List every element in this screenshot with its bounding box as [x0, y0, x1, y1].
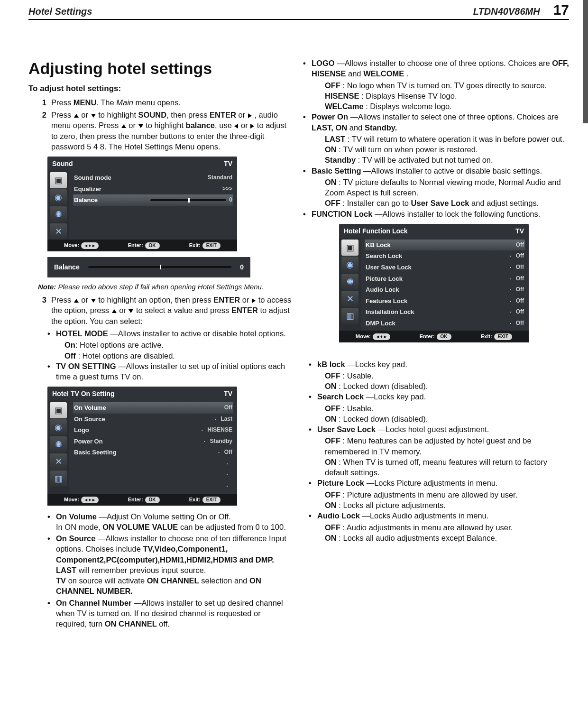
balance-value: 0	[240, 263, 244, 272]
step-3: 3 Press or to highlight an option, then …	[38, 295, 292, 326]
page-number: 17	[553, 2, 569, 18]
label: Standby	[325, 156, 356, 164]
label: Equalizer	[74, 185, 220, 194]
osd-row: Basic Seetting·Off	[73, 447, 233, 458]
bullet-on-channel-number: • On Channel Number —Allows installer to…	[47, 598, 292, 629]
label: Features Lock	[366, 297, 508, 305]
hotel-mode-on: On: Hotel options are active.	[64, 340, 292, 350]
text: —Adjust On Volume setting On or Off.	[97, 512, 231, 521]
label: Audio Lock	[366, 286, 508, 294]
value: >>>	[220, 185, 232, 194]
text: —Allows installer to active or disable b…	[361, 166, 542, 175]
text: to highlight	[144, 121, 186, 129]
label: Off	[64, 351, 76, 360]
osd-balance-bar: Balance 0	[47, 257, 250, 277]
label: LOGO	[312, 59, 335, 67]
arrow-left-icon	[234, 124, 238, 129]
osd-row-empty: ·	[73, 480, 233, 492]
label: On Volume	[74, 404, 217, 412]
label: ON	[325, 382, 337, 390]
osd-title: Hotel Function Lock	[344, 227, 408, 236]
osd-icon-column: ▣ ◉ ✺ ✕ ▥	[339, 238, 361, 331]
menu-label: MENU	[74, 98, 97, 107]
value: Off	[513, 308, 524, 316]
text: to highlight	[96, 111, 138, 119]
text: : Hotel options are active.	[75, 341, 164, 349]
label: Audio Lock	[317, 511, 360, 520]
osd-icon-column: ▣ ◉ ✺ ✕ ▥	[47, 400, 69, 493]
step-number: 1	[38, 97, 46, 108]
label: OFF	[325, 436, 340, 445]
osd-row: Logo·HISENSE	[73, 425, 233, 436]
ok-pill: OK	[145, 497, 160, 503]
bullet-on-volume: • On Volume —Adjust On Volume setting On…	[47, 511, 292, 533]
bullet-audio-lock: •Audio Lock —Locks Audio adjustments in …	[309, 510, 569, 521]
label: ON CHANNEL	[105, 619, 157, 628]
label: LAST	[325, 135, 345, 143]
label: OFF	[325, 490, 340, 499]
step-number: 3	[38, 295, 46, 326]
osd-row: On Source·Last	[73, 414, 233, 425]
osd-row: Installation Lock·Off	[365, 306, 525, 318]
label: Installation Lock	[366, 308, 508, 316]
header-rule	[28, 19, 569, 20]
poweron-last: LAST : TV will return to whatere operati…	[325, 134, 569, 144]
note-text: Please redo above step if fail when open…	[56, 283, 264, 291]
label: ON CHANNEL	[147, 576, 199, 585]
osd-row: Audio Lock·Off	[365, 284, 525, 295]
text: will remember previous input source.	[76, 566, 206, 574]
text: off.	[157, 619, 170, 628]
label: LAST, ON	[312, 123, 347, 132]
text: —Allows installer to lock the following …	[372, 210, 540, 218]
text: can be adjusted from 0 to 100.	[178, 523, 285, 531]
osd-title: Sound	[52, 159, 73, 168]
nav-pill: ◂ ♦ ▸	[373, 333, 390, 340]
label: User Save Lock	[366, 263, 508, 272]
label: Power On	[74, 437, 202, 446]
text: menu opens.	[133, 98, 181, 107]
arrow-down-icon	[91, 299, 96, 303]
text: —Locks hotel guest adjustment.	[376, 425, 489, 434]
tools-tab-icon: ✕	[50, 453, 67, 470]
aud-off: OFF : Audio adjustments in menu are allo…	[325, 522, 569, 533]
osd-function-lock: Hotel Function Lock TV ▣ ◉ ✺ ✕ ▥ KB Lock…	[339, 224, 529, 342]
osd-row: Features Lock·Off	[365, 295, 525, 307]
label: ON	[249, 576, 261, 585]
text: : Locked down (disabled).	[337, 382, 428, 390]
value: Last	[218, 415, 232, 424]
value: Off	[513, 297, 524, 305]
note-line: Note: Please redo above step if fail whe…	[38, 282, 292, 292]
value: Off	[513, 319, 524, 328]
ok-pill: OK	[437, 333, 451, 340]
text: : TV will return to whatere operation it…	[345, 135, 564, 143]
bullet-logo: • LOGO —Allows installer to choose one o…	[303, 58, 569, 79]
label: HISENSE	[325, 92, 359, 100]
osd-row: KB LockOff	[365, 240, 525, 251]
pic-on: ON : Locks all picture adjustments.	[325, 500, 569, 510]
osd-sound: Sound TV ▣ ◉ ✺ ✕ Sound mode Standard	[47, 157, 237, 251]
enter-label: ENTER	[213, 295, 240, 304]
arrow-down-icon	[138, 124, 143, 128]
tools-tab-icon: ✕	[50, 223, 67, 240]
label: ON	[325, 178, 337, 186]
label: TV ON SETTING	[56, 362, 116, 370]
section-name: Hotel Settings	[28, 6, 92, 17]
text: : Displays welcome logo.	[364, 102, 452, 111]
picture-tab-icon: ▣	[341, 240, 358, 256]
osd-row: Power On·Standby	[73, 436, 233, 447]
balance-label: Balance	[54, 263, 80, 272]
label: DMP Lock	[366, 319, 508, 328]
label: HOTEL MODE	[56, 329, 108, 338]
arrow-down-icon	[129, 309, 133, 313]
bullet-picture-lock: •Picture Lock —Locks Picture adjustments…	[309, 478, 569, 488]
arrow-up-icon	[112, 309, 117, 313]
usl-off: OFF : Menu features can be adjusted by h…	[325, 435, 569, 457]
text: on source will activate	[66, 576, 147, 585]
text: : Locks all audio adjustments except Bal…	[337, 534, 497, 542]
osd-row-empty: ·	[73, 458, 233, 470]
label: On Channel Number	[56, 599, 132, 607]
label: On Volume	[56, 512, 97, 521]
osd-tv-on-setting: Hotel TV On Setting TV ▣ ◉ ✺ ✕ ▥ On Volu…	[47, 387, 237, 505]
text: —Allows installer to active or disable h…	[108, 329, 286, 338]
label: Picture Lock	[366, 275, 508, 283]
